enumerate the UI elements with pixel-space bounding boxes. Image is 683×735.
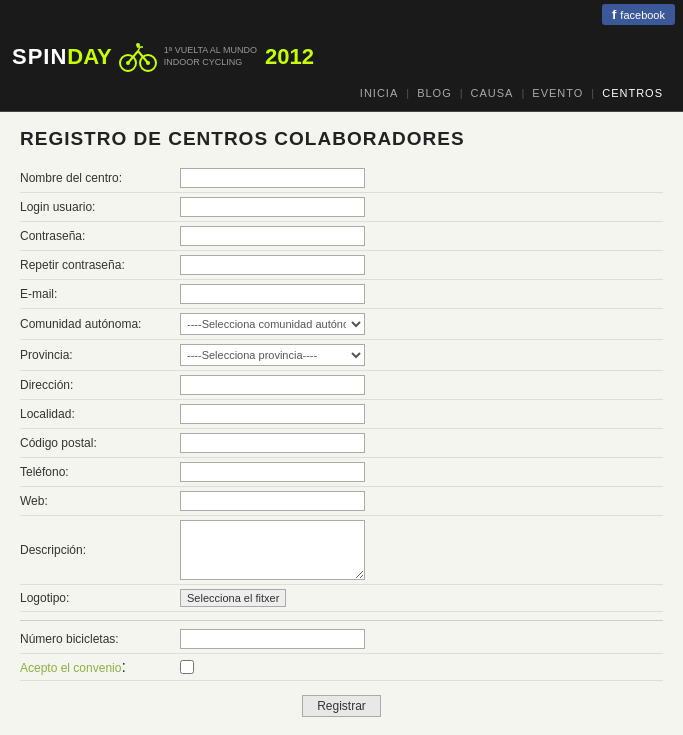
email-row: E-mail:: [20, 284, 663, 309]
logo-area: SPINDAY 1ª VUELTA AL MUNDO INDOOR CYCLIN…: [12, 37, 314, 77]
convenio-colon: :: [121, 658, 125, 675]
direccion-row: Dirección:: [20, 375, 663, 400]
direccion-input[interactable]: [180, 375, 365, 395]
svg-point-8: [136, 43, 140, 47]
top-bar: f facebook: [0, 0, 683, 29]
descripcion-textarea[interactable]: [180, 520, 365, 580]
comunidad-label: Comunidad autónoma:: [20, 317, 180, 331]
logo-year: 2012: [265, 44, 314, 70]
registration-form: Nombre del centro: Login usuario: Contra…: [20, 168, 663, 717]
codigo-postal-row: Código postal:: [20, 433, 663, 458]
telefono-input[interactable]: [180, 462, 365, 482]
codigo-postal-label: Código postal:: [20, 436, 180, 450]
direccion-label: Dirección:: [20, 378, 180, 392]
submit-row: Registrar: [20, 695, 663, 717]
nombre-centro-input[interactable]: [180, 168, 365, 188]
form-divider: [20, 620, 663, 621]
nav-centros[interactable]: CENTROS: [594, 85, 671, 101]
login-usuario-row: Login usuario:: [20, 197, 663, 222]
contrasena-input[interactable]: [180, 226, 365, 246]
email-input[interactable]: [180, 284, 365, 304]
page-content: REGISTRO DE CENTROS COLABORADORES Nombre…: [0, 112, 683, 735]
nombre-centro-row: Nombre del centro:: [20, 168, 663, 193]
repetir-contrasena-label: Repetir contraseña:: [20, 258, 180, 272]
repetir-contrasena-row: Repetir contraseña:: [20, 255, 663, 280]
web-label: Web:: [20, 494, 180, 508]
logotipo-row: Logotipo: Selecciona el fitxer: [20, 589, 663, 612]
nav-inicia[interactable]: INICIA: [352, 85, 406, 101]
navigation: INICIA | BLOG | CAUSA | EVENTO | CENTROS: [0, 77, 683, 112]
login-usuario-label: Login usuario:: [20, 200, 180, 214]
codigo-postal-input[interactable]: [180, 433, 365, 453]
convenio-label-area: Acepto el convenio:: [20, 658, 180, 676]
logo-day: DAY: [67, 44, 111, 70]
web-input[interactable]: [180, 491, 365, 511]
bike-icon: [118, 37, 158, 77]
header: SPINDAY 1ª VUELTA AL MUNDO INDOOR CYCLIN…: [0, 29, 683, 77]
numero-bicicletas-input[interactable]: [180, 629, 365, 649]
convenio-row: Acepto el convenio:: [20, 658, 663, 681]
telefono-label: Teléfono:: [20, 465, 180, 479]
localidad-row: Localidad:: [20, 404, 663, 429]
nav-evento[interactable]: EVENTO: [524, 85, 591, 101]
facebook-icon: f: [612, 7, 616, 22]
provincia-select[interactable]: ----Selecciona provincia----: [180, 344, 365, 366]
localidad-label: Localidad:: [20, 407, 180, 421]
descripcion-label: Descripción:: [20, 543, 180, 557]
numero-bicicletas-row: Número bicicletas:: [20, 629, 663, 654]
web-row: Web:: [20, 491, 663, 516]
logotipo-label: Logotipo:: [20, 591, 180, 605]
nav-causa[interactable]: CAUSA: [463, 85, 522, 101]
email-label: E-mail:: [20, 287, 180, 301]
telefono-row: Teléfono:: [20, 462, 663, 487]
nav-blog[interactable]: BLOG: [409, 85, 460, 101]
comunidad-select[interactable]: ----Selecciona comunidad autónoma---: [180, 313, 365, 335]
logo-subtitle: 1ª VUELTA AL MUNDO INDOOR CYCLING: [164, 45, 257, 68]
nombre-centro-label: Nombre del centro:: [20, 171, 180, 185]
acepto-convenio-link[interactable]: Acepto el convenio: [20, 661, 121, 675]
logo-text: SPINDAY: [12, 44, 112, 70]
comunidad-row: Comunidad autónoma: ----Selecciona comun…: [20, 313, 663, 340]
numero-bicicletas-label: Número bicicletas:: [20, 632, 180, 646]
contrasena-row: Contraseña:: [20, 226, 663, 251]
facebook-label: facebook: [620, 9, 665, 21]
facebook-button[interactable]: f facebook: [602, 4, 675, 25]
descripcion-row: Descripción:: [20, 520, 663, 585]
provincia-label: Provincia:: [20, 348, 180, 362]
repetir-contrasena-input[interactable]: [180, 255, 365, 275]
acepto-convenio-checkbox[interactable]: [180, 660, 194, 674]
logo-spin: SPIN: [12, 44, 67, 70]
logotipo-file-button[interactable]: Selecciona el fitxer: [180, 589, 286, 607]
localidad-input[interactable]: [180, 404, 365, 424]
login-usuario-input[interactable]: [180, 197, 365, 217]
page-title: REGISTRO DE CENTROS COLABORADORES: [20, 128, 663, 150]
submit-button[interactable]: Registrar: [302, 695, 381, 717]
provincia-row: Provincia: ----Selecciona provincia----: [20, 344, 663, 371]
contrasena-label: Contraseña:: [20, 229, 180, 243]
